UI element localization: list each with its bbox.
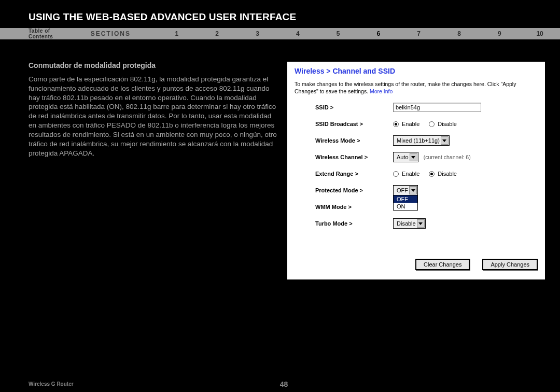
nav-section-4[interactable]: 4 [277, 30, 318, 37]
panel-title: Wireless > Channel and SSID [295, 67, 538, 75]
apply-changes-button[interactable]: Apply Changes [482, 259, 538, 270]
nav-toc[interactable]: Table of Contents [29, 28, 75, 39]
left-body-text: Como parte de la especificación 802.11g,… [29, 75, 277, 158]
section-nav: Table of Contents SECTIONS 1 2 3 4 5 6 7… [0, 28, 560, 39]
left-subheading: Conmutador de modalidad protegida [29, 61, 277, 69]
protected-mode-option-on[interactable]: ON [394, 203, 417, 210]
wireless-mode-select[interactable]: Mixed (11b+11g) [393, 135, 450, 146]
label-wireless-mode: Wireless Mode > [315, 137, 393, 144]
ssid-broadcast-enable-radio[interactable] [393, 121, 399, 127]
footer-product-name: Wireless G Router [29, 381, 74, 387]
page-number: 48 [280, 380, 288, 388]
label-ssid: SSID > [315, 104, 393, 110]
nav-section-7[interactable]: 7 [399, 30, 439, 37]
extend-range-disable-label: Disable [438, 171, 457, 177]
ssid-broadcast-disable-radio[interactable] [429, 121, 435, 127]
nav-sections-label: SECTIONS [91, 30, 131, 37]
chevron-down-icon [410, 153, 417, 161]
label-extend-range: Extend Range > [315, 171, 393, 177]
nav-section-9[interactable]: 9 [479, 30, 520, 37]
ssid-broadcast-disable-label: Disable [438, 121, 457, 127]
ssid-input[interactable] [393, 103, 481, 112]
chevron-down-icon [417, 219, 425, 228]
nav-section-2[interactable]: 2 [197, 30, 237, 37]
more-info-link[interactable]: More Info [370, 88, 393, 94]
page-title: USING THE WEB-BASED ADVANCED USER INTERF… [0, 0, 560, 28]
nav-section-3[interactable]: 3 [237, 30, 278, 37]
label-wireless-channel: Wireless Channel > [315, 154, 393, 160]
protected-mode-option-off[interactable]: OFF [394, 195, 417, 203]
wireless-channel-note: (current channel: 6) [424, 154, 471, 160]
wireless-channel-select[interactable]: Auto [393, 152, 418, 162]
ssid-broadcast-enable-label: Enable [402, 121, 419, 127]
settings-panel: Wireless > Channel and SSID To make chan… [287, 61, 545, 280]
extend-range-disable-radio[interactable] [429, 171, 435, 177]
protected-mode-select[interactable]: OFF [393, 185, 418, 195]
extend-range-enable-radio[interactable] [393, 171, 399, 177]
turbo-mode-select[interactable]: Disable [393, 218, 426, 229]
nav-section-1[interactable]: 1 [157, 30, 197, 37]
extend-range-enable-label: Enable [402, 171, 419, 177]
label-ssid-broadcast: SSID Broadcast > [315, 121, 393, 127]
label-protected-mode: Protected Mode > [315, 187, 393, 193]
protected-mode-dropdown: OFF ON [393, 195, 418, 211]
chevron-down-icon [409, 186, 417, 194]
nav-section-8[interactable]: 8 [439, 30, 480, 37]
nav-section-5[interactable]: 5 [318, 30, 358, 37]
panel-description: To make changes to the wireless settings… [295, 80, 538, 95]
chevron-down-icon [441, 136, 449, 145]
nav-section-10[interactable]: 10 [520, 30, 560, 37]
label-turbo-mode: Turbo Mode > [315, 220, 393, 227]
label-wmm-mode: WMM Mode > [315, 204, 393, 210]
clear-changes-button[interactable]: Clear Changes [415, 259, 470, 270]
nav-section-6[interactable]: 6 [358, 30, 399, 37]
